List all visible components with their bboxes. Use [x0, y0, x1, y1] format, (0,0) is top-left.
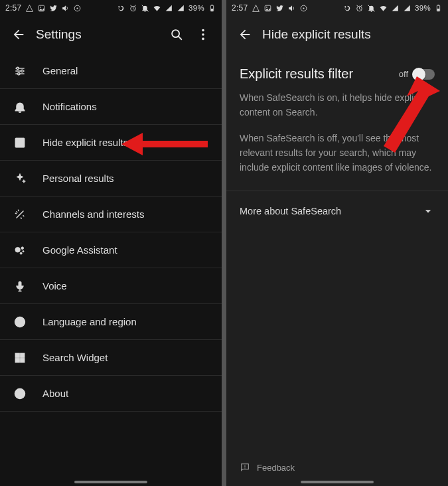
cloud-icon	[25, 4, 34, 13]
svg-point-11	[202, 29, 204, 32]
row-google-assistant[interactable]: Google Assistant	[0, 232, 222, 268]
row-label: Language and region	[42, 316, 210, 327]
page-title: Hide explicit results	[262, 27, 443, 42]
row-search-widget[interactable]: Search Widget	[0, 340, 222, 376]
svg-point-19	[18, 72, 20, 74]
feedback-label: Feedback	[257, 463, 295, 473]
row-notifications[interactable]: Notifications	[0, 89, 222, 125]
row-channels[interactable]: Channels and interests	[0, 197, 222, 232]
row-label: Notifications	[42, 101, 210, 112]
alarm-icon	[355, 4, 364, 13]
row-label: Search Widget	[42, 352, 210, 363]
search-button[interactable]	[163, 21, 190, 48]
back-button[interactable]	[232, 21, 258, 48]
toggle-knob-icon	[412, 68, 425, 81]
page-title: Settings	[36, 27, 163, 42]
explicit-box-icon	[12, 135, 28, 151]
svg-point-23	[23, 250, 24, 252]
explicit-toggle[interactable]	[412, 69, 435, 80]
feedback-button[interactable]: Feedback	[240, 462, 295, 473]
twitter-icon	[275, 4, 284, 13]
svg-rect-29	[15, 353, 19, 357]
sliders-icon	[12, 63, 28, 79]
svg-rect-30	[21, 353, 25, 357]
row-about[interactable]: About	[0, 376, 222, 412]
widget-icon	[12, 350, 28, 366]
battery-text: 39%	[188, 4, 204, 12]
wand-icon	[12, 206, 28, 222]
svg-rect-43	[437, 5, 439, 5]
svg-point-24	[20, 252, 22, 254]
sparkle-icon	[12, 171, 28, 187]
chevron-down-icon	[421, 204, 435, 218]
svg-point-46	[244, 467, 245, 468]
svg-point-37	[266, 7, 267, 8]
alarm-icon	[129, 4, 137, 13]
twitter-icon	[49, 4, 58, 13]
nav-hint-bar	[301, 481, 374, 483]
signal-2-icon	[177, 4, 185, 13]
svg-point-18	[21, 70, 23, 72]
section-title: Explicit results filter	[240, 66, 353, 82]
battery-icon	[434, 4, 443, 13]
overflow-button[interactable]	[190, 21, 216, 48]
svg-point-17	[17, 67, 19, 69]
row-label: Google Assistant	[42, 244, 210, 256]
wifi-icon	[153, 4, 161, 13]
svg-point-35	[19, 390, 21, 392]
clock-text: 2:57	[232, 3, 248, 13]
nav-hint-bar	[74, 481, 147, 483]
signal-1-icon	[165, 4, 173, 13]
back-button[interactable]	[5, 21, 32, 48]
row-general[interactable]: General	[0, 53, 222, 89]
expander-label: More about SafeSearch	[240, 206, 341, 216]
svg-point-12	[202, 33, 204, 36]
status-bar: 2:57 39%	[226, 0, 448, 16]
target-icon	[299, 4, 308, 13]
app-bar: Settings	[0, 16, 222, 53]
signal-1-icon	[391, 4, 400, 13]
row-personal-results[interactable]: Personal results	[0, 161, 222, 197]
dots-vertical-icon	[196, 27, 210, 42]
refresh-icon	[343, 4, 352, 13]
feedback-icon	[240, 462, 250, 473]
wifi-icon	[379, 4, 388, 13]
row-label: Channels and interests	[42, 208, 210, 220]
row-hide-explicit[interactable]: Hide explicit results	[0, 125, 222, 161]
arrow-left-icon	[238, 27, 252, 42]
svg-point-1	[40, 7, 41, 8]
app-bar: Hide explicit results	[226, 16, 448, 53]
svg-rect-31	[15, 358, 19, 362]
row-label: Voice	[42, 280, 210, 291]
row-label: About	[42, 388, 210, 399]
arrow-left-icon	[11, 27, 26, 42]
svg-point-3	[76, 7, 78, 9]
svg-line-10	[179, 37, 182, 40]
status-bar: 2:57 39%	[0, 0, 222, 16]
safesearch-on-description: When SafeSearch is on, it helps hide exp…	[240, 91, 435, 120]
clock-text: 2:57	[5, 3, 22, 13]
phone-explicit-screen: 2:57 39% Hide explicit	[226, 0, 448, 486]
svg-rect-44	[437, 9, 439, 11]
more-about-safesearch[interactable]: More about SafeSearch	[226, 191, 448, 231]
svg-rect-7	[211, 5, 212, 5]
globe-icon	[12, 314, 28, 330]
mic-icon	[12, 278, 28, 294]
svg-point-21	[15, 247, 21, 252]
svg-point-13	[202, 38, 204, 40]
svg-rect-32	[21, 358, 25, 362]
row-language-region[interactable]: Language and region	[0, 304, 222, 340]
svg-point-22	[21, 246, 24, 249]
dnd-icon	[367, 4, 376, 13]
cloud-icon	[252, 4, 260, 13]
battery-icon	[208, 4, 216, 13]
refresh-icon	[117, 4, 125, 13]
svg-point-39	[303, 7, 304, 9]
volume-icon	[287, 4, 296, 13]
svg-rect-8	[211, 9, 213, 11]
signal-2-icon	[403, 4, 411, 13]
bell-icon	[12, 99, 28, 115]
settings-list: General Notifications Hide explicit resu…	[0, 53, 222, 412]
row-voice[interactable]: Voice	[0, 268, 222, 304]
row-label: General	[42, 65, 210, 76]
